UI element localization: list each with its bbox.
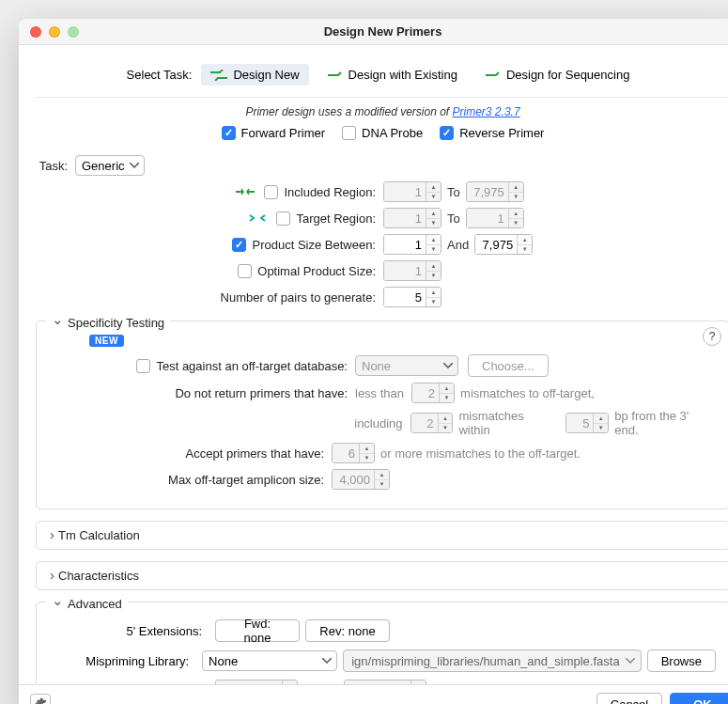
tm-group: Tm Calculation — [36, 521, 728, 550]
task-select[interactable]: Generic — [75, 155, 145, 176]
noret-row: Do not return primers that have: less th… — [50, 383, 716, 403]
footer: Cancel OK — [19, 684, 728, 704]
browse-button[interactable]: Browse — [647, 649, 716, 672]
optimal-size-row: Optimal Product Size: ▲▼ — [36, 260, 728, 281]
checkbox-icon — [276, 211, 290, 226]
product-to-spinner[interactable]: ▲▼ — [474, 234, 533, 255]
ok-button[interactable]: OK — [670, 693, 728, 704]
settings-button[interactable] — [30, 694, 51, 704]
product-size-check[interactable]: Product Size Between: — [232, 238, 376, 252]
accept-mm-spinner[interactable]: ▲▼ — [332, 443, 375, 463]
task-row: Task: Generic — [36, 155, 728, 176]
checkbox-icon — [136, 359, 150, 373]
included-region-row: Included Region: ▲▼ To ▲▼ — [36, 181, 728, 202]
primer-single-icon — [486, 70, 501, 80]
checkbox-icon — [342, 126, 356, 140]
checkbox-icon — [264, 185, 278, 199]
dna-probe-check[interactable]: DNA Probe — [342, 126, 423, 140]
region-icon — [236, 187, 255, 196]
advanced-group: Advanced 5' Extensions: Fwd: none Rev: n… — [36, 602, 728, 684]
extensions-row: 5' Extensions: Fwd: none Rev: none — [50, 619, 716, 642]
included-to-spinner[interactable]: ▲▼ — [466, 181, 524, 202]
task-select-label: Select Task: — [127, 68, 193, 82]
target-region-row: Target Region: ▲▼ To ▲▼ — [36, 208, 728, 228]
primer-pair-icon — [210, 70, 227, 81]
specificity-group: Specificity Testing ? NEW Test against a… — [36, 321, 728, 509]
checkbox-icon — [238, 264, 252, 278]
titlebar: Design New Primers — [19, 19, 728, 45]
forward-primer-check[interactable]: Forward Primer — [222, 126, 326, 140]
chevron-down-icon — [52, 595, 64, 612]
window-title: Design New Primers — [19, 24, 728, 39]
off-target-db-select[interactable]: None — [355, 355, 458, 376]
primer3-link[interactable]: Primer3 2.3.7 — [453, 105, 520, 118]
mispriming-row: Mispriming Library: None ign/mispriming_… — [50, 649, 716, 672]
chevron-down-icon — [52, 314, 64, 331]
cancel-button[interactable]: Cancel — [596, 693, 662, 704]
target-icon — [248, 213, 267, 223]
characteristics-header[interactable]: Characteristics — [50, 568, 716, 584]
subtitle: Primer design uses a modified version of… — [36, 105, 728, 118]
checkbox-icon — [222, 126, 236, 140]
optimal-size-check[interactable]: Optimal Product Size: — [238, 264, 376, 278]
task-design-sequencing[interactable]: Design for Sequencing — [476, 64, 640, 86]
new-badge: NEW — [89, 335, 124, 347]
max-mispriming-row: Max Mispriming: ▲▼ Pair: ▲▼ — [50, 680, 716, 684]
incl-row: including ▲▼ mismatches within ▲▼ bp fro… — [50, 409, 716, 437]
max-mispriming-spinner[interactable]: ▲▼ — [215, 680, 298, 684]
product-size-row: Product Size Between: ▲▼ And ▲▼ — [36, 234, 728, 255]
advanced-header[interactable]: Advanced — [46, 595, 128, 612]
characteristics-group: Characteristics — [36, 561, 728, 590]
specificity-header[interactable]: Specificity Testing — [46, 314, 170, 331]
target-region-check[interactable]: Target Region: — [276, 211, 376, 226]
mispriming-select[interactable]: None — [202, 650, 337, 671]
mispriming-path-select[interactable]: ign/mispriming_libraries/human_and_simpl… — [343, 649, 641, 672]
included-region-check[interactable]: Included Region: — [264, 185, 376, 199]
target-from-spinner[interactable]: ▲▼ — [383, 208, 441, 228]
help-button[interactable]: ? — [703, 327, 721, 346]
content: Select Task: Design New Design with Exis… — [19, 45, 728, 684]
primer-checks: Forward Primer DNA Probe Reverse Primer — [36, 126, 728, 140]
dialog-window: Design New Primers Select Task: Design N… — [19, 19, 728, 704]
gear-icon — [34, 696, 47, 705]
pairs-row: Number of pairs to generate: ▲▼ — [36, 287, 728, 307]
incl-bp-spinner[interactable]: ▲▼ — [565, 413, 609, 433]
target-to-spinner[interactable]: ▲▼ — [466, 208, 524, 228]
incl-mm-spinner[interactable]: ▲▼ — [410, 413, 454, 433]
off-target-check[interactable]: Test against an off-target database: — [136, 359, 348, 373]
reverse-primer-check[interactable]: Reverse Primer — [440, 126, 544, 140]
product-from-spinner[interactable]: ▲▼ — [383, 234, 441, 255]
maxamp-spinner[interactable]: ▲▼ — [332, 469, 390, 490]
off-target-test-row: Test against an off-target database: Non… — [50, 354, 716, 377]
pair-mispriming-spinner[interactable]: ▲▼ — [344, 680, 426, 684]
noret-mm-spinner[interactable]: ▲▼ — [411, 383, 455, 403]
task-design-new[interactable]: Design New — [201, 64, 308, 86]
maxamp-row: Max off-target amplicon size: ▲▼ — [50, 469, 716, 490]
fwd-extension-button[interactable]: Fwd: none — [215, 619, 300, 642]
optimal-spinner[interactable]: ▲▼ — [383, 260, 441, 281]
primer-single-icon — [328, 70, 343, 80]
task-label: Task: — [36, 159, 75, 173]
choose-button[interactable]: Choose... — [468, 354, 549, 377]
task-select-row: Select Task: Design New Design with Exis… — [36, 58, 728, 97]
tm-header[interactable]: Tm Calculation — [50, 527, 716, 543]
accept-row: Accept primers that have: ▲▼ or more mis… — [50, 443, 716, 463]
task-design-existing[interactable]: Design with Existing — [318, 64, 467, 86]
rev-extension-button[interactable]: Rev: none — [305, 619, 390, 642]
chevron-right-icon — [50, 527, 54, 543]
pairs-spinner[interactable]: ▲▼ — [383, 287, 441, 307]
included-from-spinner[interactable]: ▲▼ — [383, 181, 441, 202]
checkbox-icon — [440, 126, 454, 140]
checkbox-icon — [232, 238, 246, 252]
chevron-right-icon — [50, 568, 54, 584]
